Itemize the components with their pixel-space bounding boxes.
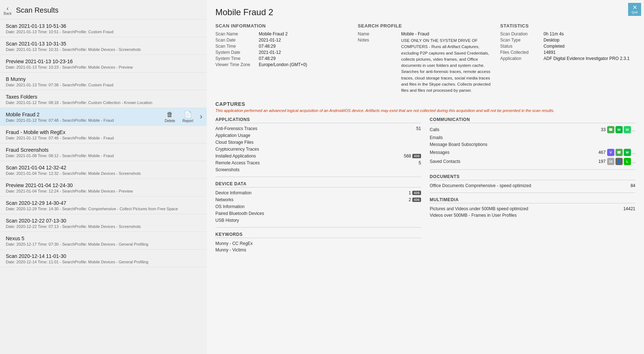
captures-two-col: APPLICATIONS Anti-Forensics Traces51Appl… xyxy=(215,117,635,254)
statistics-row: Scan TypeDesktop xyxy=(500,38,635,43)
captures-section: CAPTURES This application performed an a… xyxy=(215,101,635,254)
capture-name: Anti-Forensics Traces xyxy=(215,126,407,131)
capture-row: Messages467V☎W... xyxy=(430,149,635,156)
statistics-row: Files Collected14891 xyxy=(500,50,635,55)
statistics-section: STATISTICS Scan Duration0h 11m 4sScan Ty… xyxy=(500,23,635,95)
capture-count: 197 xyxy=(595,159,606,164)
delete-icon: 🗑 xyxy=(167,111,173,119)
device-data-header: DEVICE DATA xyxy=(215,181,421,187)
statistics-header: STATISTICS xyxy=(500,23,635,29)
stat-value: Completed xyxy=(544,44,564,49)
scan-list: Scan 2021-01-13 10-51-36Date: 2021-01-13… xyxy=(0,20,207,354)
capture-name: Paired Bluetooth Devices xyxy=(215,211,421,216)
multimedia-rows: Pictures and Videos under 500MB speed op… xyxy=(430,206,635,218)
scan-list-item[interactable]: Scan 2021-01-13 10-31-35Date: 2021-01-13… xyxy=(0,37,207,55)
statistics-fields: Scan Duration0h 11m 4sScan TypeDesktopSt… xyxy=(500,31,635,61)
capture-name: Remote Access Traces xyxy=(215,160,407,165)
scan-list-item[interactable]: Scan 2021-01-13 10-51-36Date: 2021-01-13… xyxy=(0,20,207,37)
scan-item-title: B Munny xyxy=(6,76,26,82)
scan-list-item[interactable]: Preview 2021-01-04 12-24-30Date: 2021-01… xyxy=(0,179,207,197)
capture-name: Messages xyxy=(430,150,592,155)
capture-name: Application Usage xyxy=(215,133,421,138)
scan-info-header: SCAN INFORMATION xyxy=(215,23,351,29)
view-button[interactable]: › xyxy=(198,111,204,123)
scan-list-item[interactable]: Preview 2021-01-13 10-23-16Date: 2021-01… xyxy=(0,55,207,73)
scan-list-item[interactable]: B MunnyDate: 2021-01-13 Time: 07:38 - Se… xyxy=(0,73,207,90)
field-label: Scan Time xyxy=(215,44,259,49)
field-value: 2021-01-12 xyxy=(259,38,281,43)
viber-icon: V xyxy=(607,149,614,156)
field-value: 07:48:29 xyxy=(259,44,276,49)
search-profile-header: SEARCH PROFILE xyxy=(358,23,493,29)
field-value: 2021-01-12 xyxy=(259,50,281,55)
statistics-row: ApplicationADF Digital Evidence Investig… xyxy=(500,56,635,61)
capture-name: Screenshots xyxy=(215,167,421,172)
capture-row: Cloud Storage Files xyxy=(215,140,421,145)
report-button[interactable]: 📄Report xyxy=(180,109,196,124)
capture-name: Device Information xyxy=(215,190,397,195)
stat-value: 0h 11m 4s xyxy=(544,31,564,36)
divider-2 xyxy=(430,169,635,170)
three-col-section: SCAN INFORMATION Scan NameMobile Fraud 2… xyxy=(215,23,635,95)
multimedia-row: Videos over 500MB - Frames in User Profi… xyxy=(430,213,635,218)
scan-list-item[interactable]: Scan 2020-12-22 07-13-30Date: 2020-12-22… xyxy=(0,214,207,232)
line-icon: L xyxy=(624,158,631,165)
scan-item-title: Taxes Folders xyxy=(6,94,37,100)
scan-item-detail: Date: 2020-12-14 Time: 11:01 - SearchPro… xyxy=(6,260,201,264)
scan-item-title: Fraud - Mobile with RegEx xyxy=(6,129,65,135)
capture-count: 1 xyxy=(400,190,411,195)
field-label: System Date xyxy=(215,50,259,55)
capture-row: Remote Access Traces5 xyxy=(215,160,421,165)
back-label: Back xyxy=(4,12,12,16)
panel-title: Scan Results xyxy=(16,6,59,14)
stat-value: 14891 xyxy=(544,50,555,55)
scan-item-detail: Date: 2021-01-04 Time: 12:24 - SearchPro… xyxy=(6,189,201,193)
capture-name: Cloud Storage Files xyxy=(215,140,421,145)
left-panel: ‹ Back Scan Results Scan 2021-01-13 10-5… xyxy=(0,0,207,354)
capture-count: 568 xyxy=(400,154,411,159)
captures-warning: This application performed an advanced l… xyxy=(215,108,635,113)
stat-value: ADF Digital Evidence Investigator PRO 2.… xyxy=(544,56,630,61)
scan-item-detail: Date: 2021-01-08 Time: 08:12 - SearchPro… xyxy=(6,154,201,158)
search-profile-notes-value: USE ONLY ON THE SYSTEM DRIVE OF COMPUTER… xyxy=(401,38,493,94)
scan-list-item[interactable]: Scan 2021-01-04 12-32-42Date: 2021-01-04… xyxy=(0,161,207,179)
capture-row: Cryptocurrency Traces xyxy=(215,147,421,152)
capture-name: Office Documents Comprehensive - speed o… xyxy=(430,183,622,188)
quit-button[interactable]: ✕ Quit xyxy=(628,3,641,16)
scan-list-item[interactable]: Taxes FoldersDate: 2021-01-12 Time: 08:1… xyxy=(0,90,207,108)
scan-list-item[interactable]: Scan 2020-12-14 11-01-30Date: 2020-12-14… xyxy=(0,250,207,267)
search-profile-name-value: Mobile - Fraud xyxy=(401,31,429,36)
multimedia-name: Videos over 500MB - Frames in User Profi… xyxy=(430,213,635,218)
scan-item-detail: Date: 2020-12-22 Time: 07:13 - SearchPro… xyxy=(6,224,201,229)
scan-item-detail: Date: 2021-01-13 Time: 10:31 - SearchPro… xyxy=(6,47,201,52)
scan-list-item[interactable]: Fraud - Mobile with RegExDate: 2021-01-1… xyxy=(0,126,207,143)
keyword-row: Munny - Victims xyxy=(215,247,421,252)
capture-row: Message Board Subscriptions xyxy=(430,142,635,147)
scan-item-detail: Date: 2021-01-12 Time: 07:48 - SearchPro… xyxy=(6,118,171,122)
quit-x-icon: ✕ xyxy=(632,5,637,10)
capture-row: Paired Bluetooth Devices xyxy=(215,211,421,216)
documents-rows: Office Documents Comprehensive - speed o… xyxy=(430,183,635,188)
scan-list-item[interactable]: Fraud ScreenshotsDate: 2021-01-08 Time: … xyxy=(0,143,207,161)
scan-item-detail: Date: 2020-12-17 Time: 07:30 - SearchPro… xyxy=(6,242,201,246)
scan-list-item[interactable]: Scan 2020-12-29 14-30-47Date: 2020-12-29… xyxy=(0,197,207,214)
captures-left-col: APPLICATIONS Anti-Forensics Traces51Appl… xyxy=(215,117,421,254)
scan-item-detail: Date: 2021-01-13 Time: 10:51 - SearchPro… xyxy=(6,30,201,34)
delete-button[interactable]: 🗑Delete xyxy=(163,109,177,124)
keywords-rows: Munny - CC RegExMunny - Victims xyxy=(215,241,421,252)
scan-info-row: System Date2021-01-12 xyxy=(215,50,351,55)
scan-list-item[interactable]: Mobile Fraud 2Date: 2021-01-12 Time: 07:… xyxy=(0,108,207,126)
capture-name: Saved Contacts xyxy=(430,159,592,164)
scan-item-title: Preview 2021-01-13 10-23-16 xyxy=(6,59,73,64)
divider-multimedia xyxy=(430,193,635,193)
back-button[interactable]: ‹ Back xyxy=(4,5,12,16)
scan-item-title: Scan 2020-12-14 11-01-30 xyxy=(6,253,66,259)
capture-count: 2 xyxy=(400,197,411,202)
quit-label: Quit xyxy=(632,10,638,14)
divider-keywords xyxy=(215,227,421,228)
multimedia-count: 14421 xyxy=(617,206,635,211)
capture-row: Office Documents Comprehensive - speed o… xyxy=(430,183,635,188)
search-profile-name-row: Name Mobile - Fraud xyxy=(358,31,493,36)
capture-row: USB History xyxy=(215,218,421,223)
scan-list-item[interactable]: Nexus 5Date: 2020-12-17 Time: 07:30 - Se… xyxy=(0,232,207,250)
